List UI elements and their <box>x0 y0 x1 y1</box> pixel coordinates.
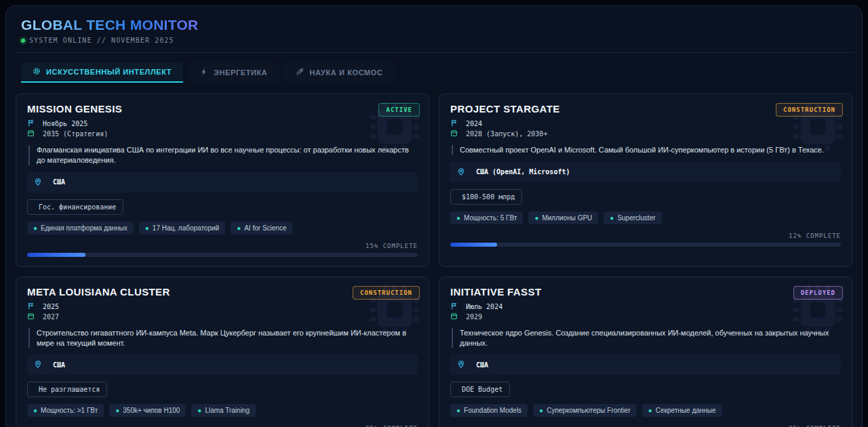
tag-label: Суперкомпьютеры Frontier <box>547 407 631 414</box>
tag-bullet-icon: ● <box>456 407 460 414</box>
budget-value: DOE Budget <box>462 386 502 393</box>
tag-list: ●Единая платформа данных●17 Нац. лаборат… <box>27 222 418 235</box>
start-row: Июль 2024 <box>450 302 841 312</box>
tag-bullet-icon: ● <box>648 407 652 414</box>
flag-icon <box>27 302 35 311</box>
calendar-icon <box>450 129 458 138</box>
project-title: INITIATIVE FASST <box>450 286 841 298</box>
tab-artificial-intelligence[interactable]: ИСКУССТВЕННЫЙ ИНТЕЛЛЕКТ <box>21 62 183 83</box>
flag-icon <box>450 119 458 128</box>
tag-bullet-icon: ● <box>237 224 241 232</box>
tag-chip: ●Мощность: 5 ГВт <box>450 211 523 224</box>
progress-section: 12% COMPLETE <box>450 232 841 247</box>
status-badge: CONSTRUCTION <box>353 286 420 300</box>
tag-label: Llama Training <box>205 407 250 414</box>
app-container: GLOBAL TECH MONITOR SYSTEM ONLINE // NOV… <box>5 5 863 427</box>
tag-bullet-icon: ● <box>115 407 119 414</box>
tag-label: 350k+ чипов H100 <box>123 407 180 414</box>
tag-chip: ●Единая платформа данных <box>27 222 134 235</box>
calendar-icon <box>27 312 35 321</box>
tag-label: Мощность: >1 ГВт <box>41 407 98 414</box>
map-pin-icon <box>457 359 465 371</box>
budget-value: Не разглашается <box>39 386 100 393</box>
start-row: 2024 <box>450 119 841 129</box>
project-title: MISSION GENESIS <box>27 103 418 115</box>
project-meta: Июль 2024 2029 <box>450 302 841 322</box>
participants-value: США (OpenAI, Microsoft) <box>476 168 570 176</box>
tag-chip: ●Supercluster <box>604 211 661 224</box>
participants-row: США <box>450 354 841 375</box>
progress-bar-fill <box>27 253 85 257</box>
tag-bullet-icon: ● <box>33 224 37 232</box>
project-cards-grid: ACTIVE MISSION GENESIS Ноябрь 2025 2035 … <box>16 94 852 427</box>
budget-value: Гос. финансирование <box>39 203 116 211</box>
tag-bullet-icon: ● <box>33 407 37 414</box>
progress-complete-label: 15% COMPLETE <box>366 243 418 249</box>
progress-bar-fill <box>450 243 497 247</box>
tag-chip: ●Llama Training <box>191 404 256 417</box>
tab-label: ИСКУССТВЕННЫЙ ИНТЕЛЛЕКТ <box>46 68 172 76</box>
project-description: Техническое ядро Genesis. Создание специ… <box>452 328 841 348</box>
target-end-row: 2027 <box>27 312 418 322</box>
calendar-icon <box>27 129 35 138</box>
project-meta: 2025 2027 <box>27 302 418 322</box>
map-pin-icon <box>34 359 42 371</box>
participants-value: США <box>476 361 488 369</box>
tag-label: Мощность: 5 ГВт <box>464 214 517 222</box>
tag-list: ●Мощность: >1 ГВт●350k+ чипов H100●Llama… <box>27 404 418 417</box>
progress-bar <box>450 243 841 247</box>
project-meta: 2024 2028 (Запуск), 2030+ <box>450 119 841 139</box>
participants-row: США <box>27 172 418 192</box>
tag-chip: ●Foundation Models <box>450 404 528 417</box>
tag-list: ●Foundation Models●Суперкомпьютеры Front… <box>450 404 841 417</box>
map-pin-icon <box>457 166 465 178</box>
system-status-text: SYSTEM ONLINE // NOVEMBER 2025 <box>29 37 174 44</box>
tab-bar: ИСКУССТВЕННЫЙ ИНТЕЛЛЕКТ ЭНЕРГЕТИКА НАУКА… <box>21 62 852 83</box>
tag-label: Миллионы GPU <box>542 214 592 222</box>
project-card: DEPLOYED INITIATIVE FASST Июль 2024 2029… <box>439 277 852 427</box>
flag-icon <box>27 119 35 128</box>
tag-chip: ●Суперкомпьютеры Frontier <box>533 404 637 417</box>
start-row: 2025 <box>27 302 418 312</box>
status-badge: DEPLOYED <box>793 286 843 300</box>
budget-chip: Не разглашается <box>27 382 107 397</box>
budget-value: $100-500 млрд <box>462 193 515 201</box>
tab-label: НАУКА И КОСМОС <box>309 68 382 77</box>
header: GLOBAL TECH MONITOR SYSTEM ONLINE // NOV… <box>16 16 852 44</box>
project-description: Совместный проект OpenAI и Microsoft. Са… <box>452 145 841 155</box>
tag-bullet-icon: ● <box>539 407 543 414</box>
tag-label: AI for Science <box>244 224 286 232</box>
calendar-icon <box>450 312 458 321</box>
target-end-row: 2028 (Запуск), 2030+ <box>450 129 841 139</box>
project-card: CONSTRUCTION META LOUISIANA CLUSTER 2025… <box>16 277 429 427</box>
tab-energy[interactable]: ЭНЕРГЕТИКА <box>189 62 279 83</box>
participants-value: США <box>53 361 65 369</box>
status-badge: CONSTRUCTION <box>776 103 843 117</box>
target-end-value: 2027 <box>43 313 59 321</box>
tag-list: ●Мощность: 5 ГВт●Миллионы GPU●Superclust… <box>450 211 841 224</box>
progress-section: 15% COMPLETE <box>27 243 418 257</box>
budget-chip: DOE Budget <box>450 382 510 397</box>
tab-science-space[interactable]: НАУКА И КОСМОС <box>284 62 394 83</box>
tag-chip: ●Секретные данные <box>642 404 722 417</box>
tag-bullet-icon: ● <box>456 214 460 222</box>
tag-bullet-icon: ● <box>610 214 614 222</box>
tag-bullet-icon: ● <box>197 407 201 414</box>
tag-chip: ●17 Нац. лабораторий <box>139 222 225 235</box>
header-divider <box>14 52 854 53</box>
tag-label: Единая платформа данных <box>41 224 127 232</box>
project-description: Флагманская инициатива США по интеграции… <box>28 145 418 165</box>
tag-chip: ●Миллионы GPU <box>528 211 598 224</box>
participants-row: США <box>27 354 418 375</box>
tag-label: Supercluster <box>617 214 655 222</box>
tag-label: Секретные данные <box>656 407 716 414</box>
tag-bullet-icon: ● <box>145 224 149 232</box>
bolt-icon <box>200 68 208 77</box>
tag-label: Foundation Models <box>464 407 521 414</box>
tag-label: 17 Нац. лабораторий <box>153 224 219 232</box>
online-dot-icon <box>21 39 25 43</box>
budget-chip: Гос. финансирование <box>27 199 123 215</box>
progress-bar <box>27 253 418 257</box>
start-value: Ноябрь 2025 <box>43 120 87 127</box>
map-pin-icon <box>34 176 42 188</box>
